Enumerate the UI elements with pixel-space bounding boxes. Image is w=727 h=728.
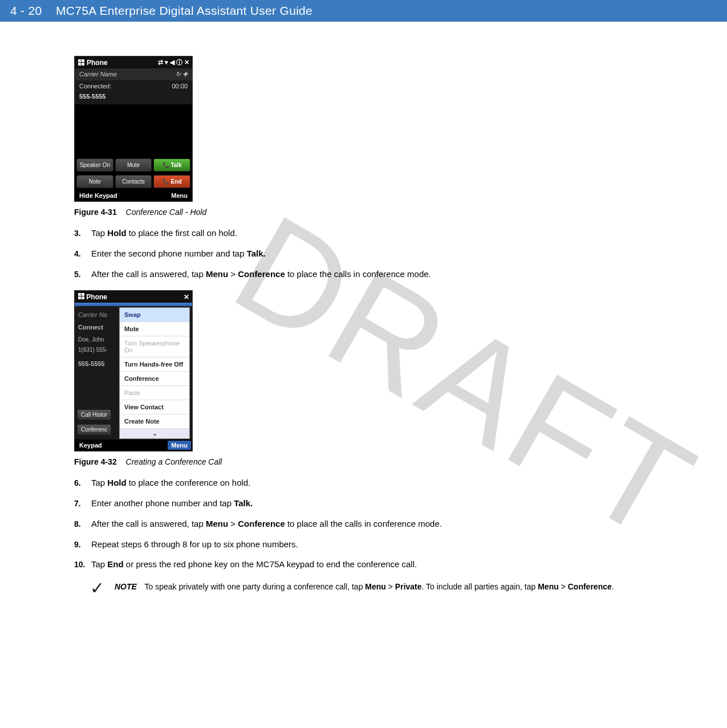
figure-4-32-image: Phone ✕ Carrier Na Connect Doe, John 1(6… [74,290,653,452]
menu-mute[interactable]: Mute [120,322,189,336]
menu-view-contact[interactable]: View Contact [120,400,189,414]
fig1-title: Conference Call - Hold [126,208,207,217]
menu-more-arrow-icon[interactable]: ⌄ [120,429,189,438]
note-text: NOTE To speak privately with one party d… [115,581,614,592]
conference-button[interactable]: Conferenc [77,424,111,435]
phone1-status-row: Connected: 00:00 [75,80,192,92]
note-label: NOTE [115,582,137,591]
menu-swap[interactable]: Swap [120,308,189,322]
page-header: 4 - 20 MC75A Enterprise Digital Assistan… [0,0,727,22]
carrier-extra-icon: ↻ ✚ [176,71,188,78]
menu-conference[interactable]: Conference [120,372,189,386]
phone1-status-icons: ⇄ ▾ ◀ ⓘ ✕ [158,58,189,67]
menu-paste[interactable]: Paste [120,386,189,400]
step-7: 7. Enter another phone number and tap Ta… [74,497,653,510]
connected-label: Connected: [79,83,111,90]
note-button[interactable]: Note [76,175,113,188]
steps-6-10: 6. Tap Hold to place the conference on h… [74,477,653,571]
step-9: 9. Repeat steps 6 through 8 for up to si… [74,538,653,551]
figure-4-31-image: Phone ⇄ ▾ ◀ ⓘ ✕ Carrier Name ↻ ✚ Connect… [74,56,653,202]
call-history-button[interactable]: Call Histor [77,409,111,420]
menu-handsfree[interactable]: Turn Hands-free Off [120,357,189,372]
guide-title: MC75A Enterprise Digital Assistant User … [56,4,312,17]
phone1-button-row-2: Note Contacts 📞 End [75,173,192,190]
fig1-label: Figure 4-31 [74,208,117,217]
fig2-label: Figure 4-32 [74,457,117,466]
figure-4-31-caption: Figure 4-31 Conference Call - Hold [74,208,653,217]
phone2-menu-popup: Swap Mute Turn Speakerphone On Turn Hand… [119,307,190,439]
step-6: 6. Tap Hold to place the conference on h… [74,477,653,489]
phone1-bottombar: Hide Keypad Menu [75,190,192,201]
phone2-left-labels: Carrier Na Connect Doe, John 1(631) 555-… [78,310,108,371]
page-number: 4 - 20 [10,4,42,17]
step-4: 4. Enter the second phone number and tap… [74,247,653,260]
windows-icon [78,59,84,66]
hide-keypad-softkey[interactable]: Hide Keypad [79,192,117,199]
phone1-number: 555-5555 [75,92,192,104]
steps-3-5: 3. Tap Hold to place the first call on h… [74,227,653,280]
step-3: 3. Tap Hold to place the first call on h… [74,227,653,239]
menu-speakerphone[interactable]: Turn Speakerphone On [120,336,189,357]
phone1-titlebar: Phone ⇄ ▾ ◀ ⓘ ✕ [75,56,192,68]
contacts-button[interactable]: Contacts [115,175,152,188]
check-icon: ✓ [90,580,104,597]
keypad-softkey[interactable]: Keypad [79,442,102,449]
phone1-title: Phone [87,59,108,67]
windows-icon [78,292,84,299]
step-5: 5. After the call is answered, tap Menu … [74,268,653,280]
phone1-carrier-row: Carrier Name ↻ ✚ [75,68,192,80]
phone-screenshot-1: Phone ⇄ ▾ ◀ ⓘ ✕ Carrier Name ↻ ✚ Connect… [74,56,193,202]
speaker-on-button[interactable]: Speaker On [76,158,113,172]
note-block: ✓ NOTE To speak privately with one party… [90,581,653,597]
menu-softkey[interactable]: Menu [171,192,188,199]
menu-create-note[interactable]: Create Note [120,414,189,429]
phone-screenshot-2: Phone ✕ Carrier Na Connect Doe, John 1(6… [74,290,193,452]
phone2-bottombar: Keypad Menu [75,440,192,451]
talk-button[interactable]: 📞 Talk [153,158,190,172]
figure-4-32-caption: Figure 4-32 Creating a Conference Call [74,457,653,466]
fig2-title: Creating a Conference Call [126,457,222,466]
step-10: 10. Tap End or press the red phone key o… [74,558,653,571]
call-time: 00:00 [172,83,188,90]
step-8: 8. After the call is answered, tap Menu … [74,518,653,530]
phone2-body: Carrier Na Connect Doe, John 1(631) 555-… [75,306,192,440]
end-button[interactable]: 📞 End [153,175,190,188]
menu-softkey-active[interactable]: Menu [168,441,191,450]
phone2-title: Phone [86,293,107,301]
phone1-button-row-1: Speaker On Mute 📞 Talk [75,157,192,173]
mute-button[interactable]: Mute [115,158,152,172]
carrier-name: Carrier Name [79,71,117,78]
close-icon[interactable]: ✕ [184,293,189,301]
phone2-titlebar: Phone ✕ [75,291,192,303]
phone1-blank-area [75,104,192,157]
